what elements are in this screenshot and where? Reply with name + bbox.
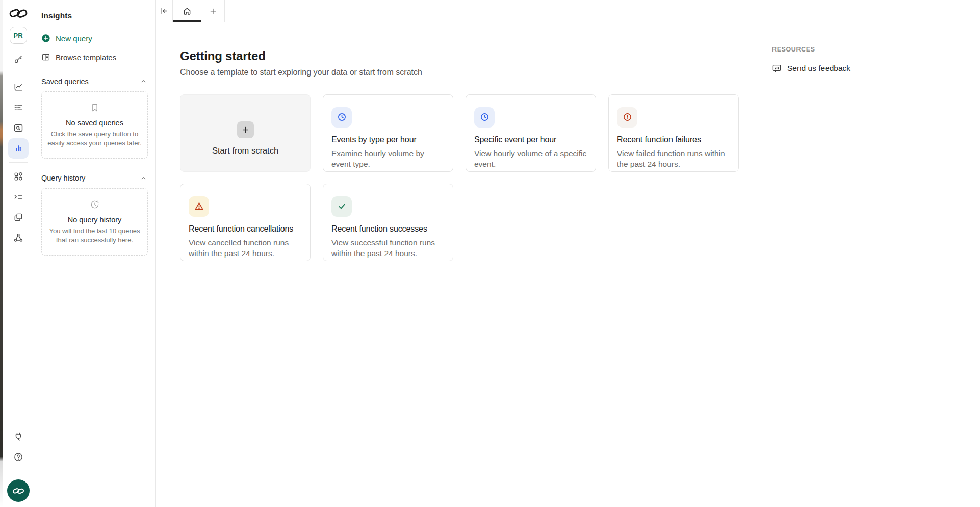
tab-home[interactable]: [173, 0, 201, 22]
rail-divider: [9, 162, 28, 163]
resources-header: RESOURCES: [772, 46, 850, 53]
saved-queries-collapse-button[interactable]: [139, 77, 148, 86]
bookmark-icon: [90, 103, 100, 113]
card-title: Recent function cancellations: [189, 224, 302, 234]
rail-bottom: [7, 426, 30, 507]
account-avatar[interactable]: [7, 479, 30, 502]
new-query-button[interactable]: New query: [41, 34, 92, 43]
card-title: Recent function successes: [331, 224, 445, 234]
inngest-logo-icon: [12, 487, 24, 495]
send-feedback-label: Send us feedback: [787, 64, 850, 73]
start-from-scratch-label: Start from scratch: [212, 146, 278, 156]
insights-sidebar: Insights New query Browse templates Save…: [34, 0, 156, 507]
rail-divider: [9, 73, 28, 73]
new-tab-button[interactable]: [201, 0, 224, 22]
card-title: Events by type per hour: [331, 135, 445, 144]
saved-queries-label: Saved queries: [41, 78, 89, 86]
collapse-sidebar-button[interactable]: [156, 0, 172, 22]
template-card-function-successes[interactable]: Recent function successes View successfu…: [323, 184, 453, 261]
card-title: Recent function failures: [617, 135, 730, 144]
card-description: View successful function runs within the…: [331, 238, 445, 259]
inngest-logo-icon: [9, 7, 28, 19]
browse-templates-button[interactable]: Browse templates: [41, 53, 116, 62]
page-title: Getting started: [180, 49, 980, 63]
keys-icon[interactable]: [8, 49, 29, 69]
saved-queries-empty-title: No saved queries: [47, 119, 142, 127]
runs-icon[interactable]: [8, 97, 29, 118]
template-icon: [41, 53, 50, 62]
inngest-logo[interactable]: [9, 7, 28, 19]
clock-icon: [474, 107, 495, 128]
alert-triangle-icon: [189, 196, 209, 217]
send-feedback-button[interactable]: Send us feedback: [772, 63, 850, 73]
card-description: View failed function runs within the pas…: [617, 148, 730, 170]
active-tab-indicator: [173, 20, 201, 22]
template-card-specific-event[interactable]: Specific event per hour View hourly volu…: [466, 94, 596, 172]
resources-panel: RESOURCES Send us feedback: [772, 46, 850, 73]
tab-bar: [156, 0, 980, 22]
alert-circle-icon: [617, 107, 637, 128]
apps-icon[interactable]: [8, 166, 29, 187]
query-history-header: Query history: [41, 174, 148, 183]
insights-icon[interactable]: [8, 138, 29, 159]
help-icon[interactable]: [8, 447, 29, 467]
query-history-empty-state: No query history You will find the last …: [41, 188, 148, 256]
clock-icon: [331, 107, 352, 128]
query-history-label: Query history: [41, 174, 85, 182]
history-icon: [90, 199, 100, 210]
collapse-sidebar-icon: [160, 7, 168, 15]
tab-separator: [224, 0, 225, 22]
query-history-empty-description: You will find the last 10 queries that r…: [47, 226, 142, 245]
card-description: Examine hourly volume by event type.: [331, 148, 445, 170]
query-history-empty-title: No query history: [47, 216, 142, 224]
rail-divider: [9, 471, 28, 471]
page-subtitle: Choose a template to start exploring you…: [180, 68, 980, 77]
query-history-collapse-button[interactable]: [139, 174, 148, 183]
check-icon: [331, 196, 352, 217]
plus-icon: [237, 121, 254, 138]
start-from-scratch-card[interactable]: Start from scratch: [180, 94, 311, 172]
card-description: View hourly volume of a specific event.: [474, 148, 587, 170]
main-area: Getting started Choose a template to sta…: [156, 0, 980, 507]
queues-icon[interactable]: [8, 187, 29, 207]
home-icon: [183, 7, 192, 16]
template-card-function-failures[interactable]: Recent function failures View failed fun…: [608, 94, 739, 172]
saved-queries-empty-description: Click the save query button to easily ac…: [47, 130, 142, 148]
event-search-icon[interactable]: [8, 118, 29, 138]
chevron-up-icon: [140, 78, 147, 85]
getting-started-content: Getting started Choose a template to sta…: [156, 22, 980, 261]
saved-queries-empty-state: No saved queries Click the save query bu…: [41, 91, 148, 159]
connect-icon[interactable]: [8, 426, 29, 447]
plus-circle-icon: [41, 34, 50, 43]
new-query-label: New query: [56, 34, 92, 43]
saved-queries-header: Saved queries: [41, 77, 148, 86]
environments-icon[interactable]: [8, 207, 29, 227]
workspace-badge[interactable]: PR: [10, 27, 27, 44]
metrics-icon[interactable]: [8, 77, 29, 97]
feedback-chart-bubble-icon: [772, 63, 782, 73]
browse-templates-label: Browse templates: [56, 53, 116, 62]
webhooks-icon[interactable]: [8, 227, 29, 248]
sidebar-title: Insights: [41, 11, 148, 20]
chevron-up-icon: [140, 175, 147, 182]
template-card-events-by-type[interactable]: Events by type per hour Examine hourly v…: [323, 94, 453, 172]
plus-icon: [209, 7, 217, 15]
app-window: PR: [0, 0, 980, 507]
card-description: View cancelled function runs within the …: [189, 238, 302, 259]
icon-rail: PR: [3, 0, 34, 507]
template-cards-grid: Start from scratch Events by type per ho…: [180, 94, 739, 261]
card-title: Specific event per hour: [474, 135, 587, 144]
template-card-function-cancellations[interactable]: Recent function cancellations View cance…: [180, 184, 311, 261]
